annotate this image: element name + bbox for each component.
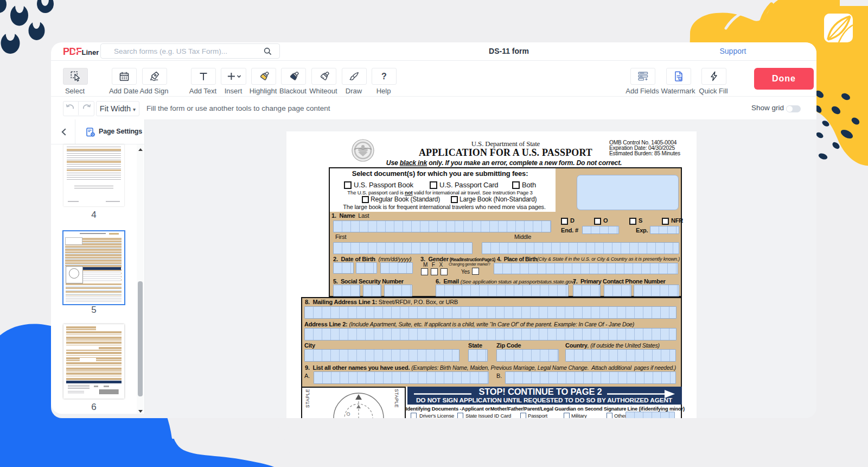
svg-text:O: O [346, 412, 351, 416]
